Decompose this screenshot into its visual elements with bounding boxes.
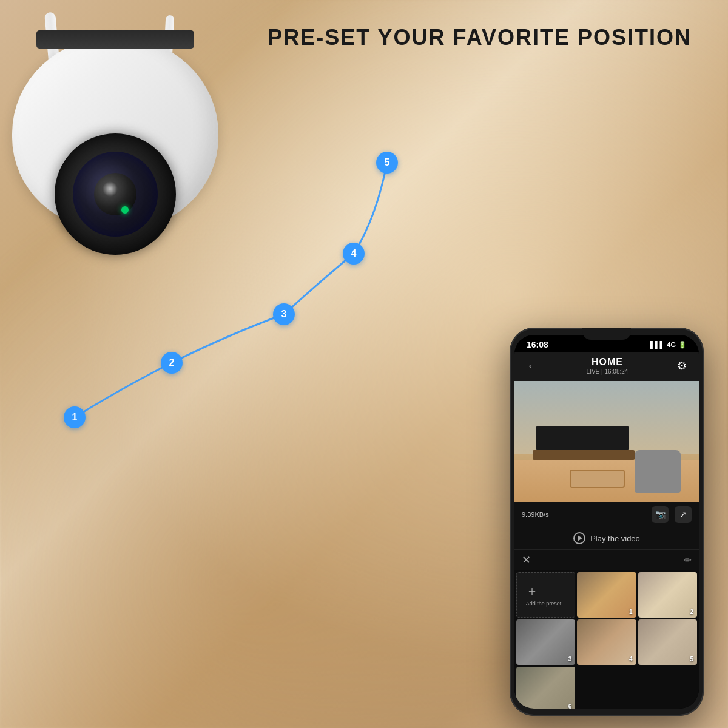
preset-2[interactable]: 2 [638, 572, 697, 618]
preset-3-number: 3 [568, 656, 572, 662]
preset-6[interactable]: 6 [516, 667, 575, 709]
play-icon [573, 532, 585, 544]
app-subtitle: LIVE | 16:08:24 [540, 368, 675, 375]
app-header: ← HOME LIVE | 16:08:24 ⚙ [514, 352, 699, 381]
phone-frame: 16:08 ▌▌▌ 4G 🔋 ← HOME LIVE | 16:08:24 ⚙ [510, 328, 704, 716]
battery-icon: 🔋 [678, 341, 687, 349]
add-icon: ＋ [526, 583, 566, 599]
camera-lens-inner [73, 152, 158, 237]
app-controls: 9.39KB/s 📷 ⤢ [514, 502, 699, 527]
preset-dot-2[interactable]: 2 [161, 352, 183, 374]
presets-grid: ＋ Add the preset... 1 2 3 [514, 570, 699, 709]
camera-feed [514, 381, 699, 502]
presets-toolbar: ✕ ✏ [514, 549, 699, 570]
fullscreen-button[interactable]: ⤢ [675, 506, 692, 523]
preset-1-number: 1 [629, 608, 633, 615]
play-video-label: Play the video [590, 534, 640, 543]
preset-5-number: 5 [690, 656, 693, 662]
preset-5[interactable]: 5 [638, 619, 697, 665]
status-time: 16:08 [527, 340, 548, 349]
add-preset-button[interactable]: ＋ Add the preset... [516, 572, 575, 618]
edit-presets-button[interactable]: ✏ [684, 555, 692, 565]
camera-body [0, 0, 243, 255]
camera-image [0, 0, 279, 297]
feed-tv-stand [533, 450, 634, 460]
preset-dot-4[interactable]: 4 [343, 243, 365, 265]
page-heading: PRE-SET YOUR FAVORITE POSITION [268, 24, 692, 50]
camera-lens-core [94, 173, 136, 215]
app-title-block: HOME LIVE | 16:08:24 [540, 357, 675, 375]
preset-4[interactable]: 4 [577, 619, 636, 665]
app-title: HOME [540, 357, 675, 368]
screenshot-button[interactable]: 📷 [652, 506, 669, 523]
phone-screen: 16:08 ▌▌▌ 4G 🔋 ← HOME LIVE | 16:08:24 ⚙ [514, 335, 699, 709]
preset-dot-1[interactable]: 1 [64, 406, 86, 428]
feed-chair [635, 450, 681, 493]
signal-icon: ▌▌▌ [650, 341, 664, 348]
camera-lens [55, 133, 176, 255]
camera-lens-highlight [103, 181, 118, 197]
data-rate: 9.39KB/s [522, 511, 549, 518]
phone-mockup: 16:08 ▌▌▌ 4G 🔋 ← HOME LIVE | 16:08:24 ⚙ [510, 328, 704, 716]
phone-notch [582, 328, 631, 340]
feed-table [570, 470, 625, 488]
play-video-row[interactable]: Play the video [514, 527, 699, 549]
status-icons: ▌▌▌ 4G 🔋 [650, 341, 687, 349]
preset-6-number: 6 [568, 703, 572, 709]
play-triangle-icon [578, 535, 582, 541]
feed-tv [536, 426, 629, 450]
preset-2-number: 2 [690, 608, 693, 615]
preset-dot-5[interactable]: 5 [376, 152, 398, 174]
network-type: 4G [667, 341, 676, 348]
preset-1[interactable]: 1 [577, 572, 636, 618]
camera-neck [36, 30, 194, 49]
preset-3[interactable]: 3 [516, 619, 575, 665]
settings-button[interactable]: ⚙ [675, 357, 689, 375]
back-button[interactable]: ← [524, 357, 540, 375]
feed-room [514, 381, 699, 502]
preset-4-number: 4 [629, 656, 633, 662]
control-icons: 📷 ⤢ [652, 506, 692, 523]
close-presets-button[interactable]: ✕ [522, 553, 531, 567]
preset-dot-3[interactable]: 3 [273, 303, 295, 325]
camera-dome [12, 36, 218, 231]
add-preset-label: Add the preset... [526, 601, 566, 607]
